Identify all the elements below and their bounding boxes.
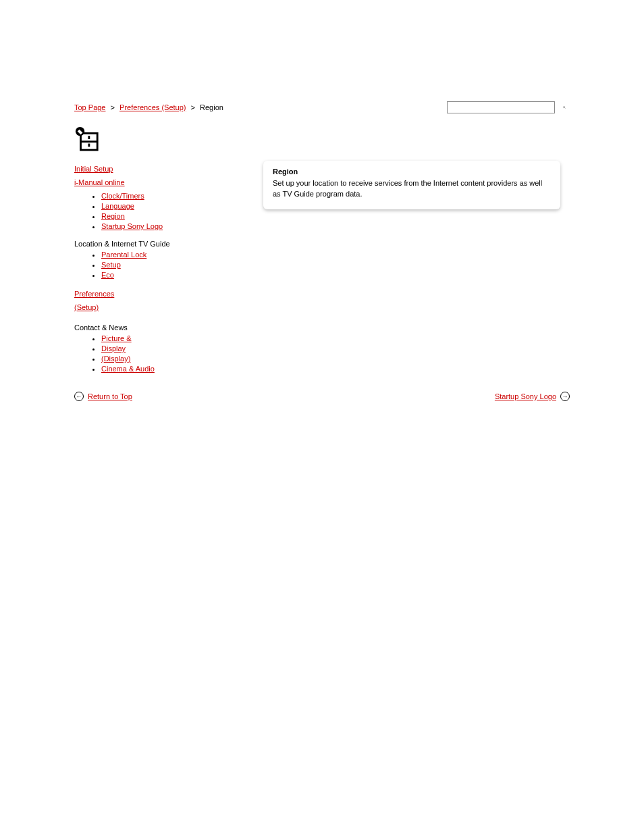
prev-nav: ← Return to Top — [74, 392, 132, 401]
sidebar-link-eco[interactable]: Eco — [101, 271, 114, 279]
sidebar-group-label: Location & Internet TV Guide — [74, 240, 257, 248]
list-item: Startup Sony Logo — [101, 222, 257, 230]
sidebar-link-startup-logo[interactable]: Startup Sony Logo — [101, 222, 163, 230]
next-nav: Startup Sony Logo → — [495, 392, 570, 401]
sidebar-link-clock[interactable]: Clock/Timers — [101, 192, 144, 200]
svg-point-0 — [564, 107, 565, 108]
breadcrumb-sep: > — [191, 103, 195, 111]
sidebar-link-setup[interactable]: Setup — [101, 261, 121, 269]
breadcrumb-preferences[interactable]: Preferences (Setup) — [119, 103, 186, 111]
breadcrumb-top[interactable]: Top Page — [74, 103, 105, 111]
sidebar-link-imanual[interactable]: i-Manual online — [74, 178, 125, 186]
card-body: Set up your location to receive services… — [273, 178, 551, 200]
list-item: Picture & — [101, 334, 257, 342]
sidebar-link-cinema[interactable]: Cinema & Audio — [101, 365, 155, 373]
sidebar-nav: Initial Setup i-Manual online Clock/Time… — [74, 161, 257, 380]
list-item: Setup — [101, 261, 257, 269]
next-link[interactable]: Startup Sony Logo — [495, 392, 556, 400]
search-form — [447, 101, 570, 113]
list-item: (Display) — [101, 355, 257, 363]
breadcrumb-sep: > — [111, 103, 115, 111]
sidebar-link-region[interactable]: Region — [101, 212, 125, 220]
arrow-right-icon: → — [560, 392, 570, 401]
list-item: Eco — [101, 271, 257, 279]
breadcrumb-current: Region — [200, 103, 223, 111]
sidebar-link-parental[interactable]: Parental Lock — [101, 251, 146, 259]
list-item: Display — [101, 344, 257, 353]
search-icon — [563, 103, 566, 111]
sidebar-link-display[interactable]: Display — [101, 344, 126, 353]
info-card: Region Set up your location to receive s… — [263, 161, 560, 209]
list-item: Parental Lock — [101, 251, 257, 259]
list-item: Region — [101, 212, 257, 220]
list-item: Cinema & Audio — [101, 365, 257, 373]
sidebar-group-label: Contact & News — [74, 323, 257, 332]
card-title: Region — [273, 167, 551, 176]
search-input[interactable] — [447, 101, 555, 113]
settings-toolbox-icon — [74, 126, 100, 151]
sidebar-link-picture[interactable]: Picture & — [101, 334, 132, 342]
breadcrumb: Top Page > Preferences (Setup) > Region — [74, 103, 223, 111]
list-item: Language — [101, 202, 257, 210]
arrow-left-icon: ← — [74, 392, 84, 401]
prev-link[interactable]: Return to Top — [88, 392, 132, 400]
sidebar-section-initial-setup[interactable]: Initial Setup — [74, 165, 113, 173]
sidebar-list-3: Picture & Display (Display) Cinema & Aud… — [74, 334, 257, 373]
sidebar-list-1: Clock/Timers Language Region Startup Son… — [74, 192, 257, 230]
svg-line-1 — [565, 108, 566, 109]
sidebar-section-preferences[interactable]: Preferences — [74, 290, 114, 298]
sidebar-section-setup[interactable]: (Setup) — [74, 303, 99, 311]
search-button[interactable] — [559, 102, 570, 113]
sidebar-list-2: Parental Lock Setup Eco — [74, 251, 257, 279]
sidebar-link-display2[interactable]: (Display) — [101, 355, 130, 363]
sidebar-link-language[interactable]: Language — [101, 202, 134, 210]
list-item: Clock/Timers — [101, 192, 257, 200]
